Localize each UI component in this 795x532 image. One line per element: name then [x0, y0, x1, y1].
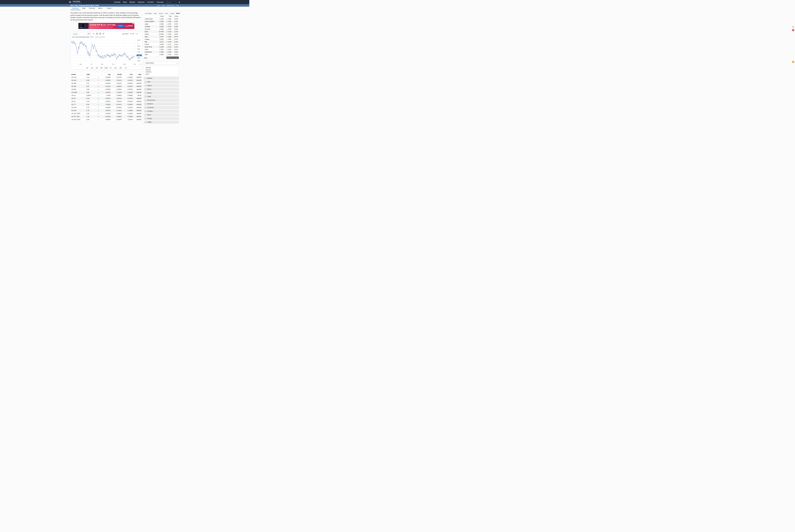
sidebar-tab-index[interactable]: Index: [153, 12, 158, 15]
country-row-russia[interactable]: Russia14.3600▼ 0.030-0.03%: [144, 33, 179, 36]
bond-name[interactable]: US 6M: [71, 88, 86, 91]
bond-row-us-10y-tips[interactable]: US 10Y TIPS1.82▲0.031%-0.060%-0.125%Mar/…: [71, 112, 142, 115]
tab-summary[interactable]: Summary: [71, 7, 80, 10]
bond-yield-chart[interactable]: 4.10043.9003.8003.7003.5003.4003.587MayJ…: [71, 38, 142, 66]
ad-banner[interactable]: APP 개발 자유로운 PDF 텍스트, 이미지 편집 애크로뱃으로 초안부터 …: [78, 23, 134, 29]
bond-name[interactable]: US 7Y: [71, 103, 86, 106]
title-link-quote[interactable]: Quote: [157, 5, 160, 6]
section-prices[interactable]: Prices: [144, 88, 179, 91]
chart-search-input[interactable]: [72, 33, 85, 35]
chart-api-button[interactable]: API: [130, 33, 134, 35]
country-row-south-africa[interactable]: South Africa8.2400▲ 0.0150.02%: [144, 45, 179, 48]
country-row-india[interactable]: India6.6470▼ 0.066-0.07%: [144, 36, 179, 38]
user-icon[interactable]: [178, 1, 180, 3]
sidebar-link-calendar[interactable]: Calendar: [146, 67, 177, 69]
sidebar-link-indicators[interactable]: Indicators: [146, 71, 177, 73]
tab-alerts[interactable]: Alerts: [97, 7, 104, 10]
country-row-france[interactable]: France3.4651▲ 0.1170.12%: [144, 43, 179, 45]
tab-stats[interactable]: Stats: [80, 7, 87, 10]
bond-row-us-10y[interactable]: US 10Y4.14▲0.036%-0.077%-0.136%Mar/05: [71, 76, 142, 79]
country-row-united-states[interactable]: United States4.1400▲ 0.0360.04%: [144, 18, 179, 20]
country-name[interactable]: France: [144, 43, 157, 45]
ad-choices-icon[interactable]: AD: [132, 23, 134, 24]
country-row-canada[interactable]: Canada3.3510▲ 0.0660.07%: [144, 38, 179, 40]
country-name[interactable]: South Africa: [144, 45, 157, 48]
bond-name[interactable]: US 8W: [71, 82, 86, 85]
bond-name[interactable]: US 4W: [71, 79, 86, 82]
range-1w[interactable]: 1W: [90, 67, 94, 69]
range-1y[interactable]: 1Y: [104, 67, 108, 69]
section-consumer[interactable]: Consumer: [144, 106, 179, 109]
country-row-united-kingdom[interactable]: United Kingdom4.4810▲ 0.1050.10%: [144, 20, 179, 23]
country-row-brazil[interactable]: Brazil13.7900▲ 0.2200.22%: [144, 31, 179, 33]
sidebar-tab-crypto[interactable]: Crypto: [169, 12, 175, 15]
country-name[interactable]: Brazil: [144, 31, 157, 33]
chart-type-icon[interactable]: [93, 33, 95, 35]
country-name[interactable]: China: [144, 48, 157, 51]
bond-name[interactable]: US 5Y: [71, 100, 86, 103]
country-name[interactable]: Italy: [144, 40, 157, 43]
more-link[interactable]: More: [144, 57, 147, 58]
chart-plot-area[interactable]: 4.10043.9003.8003.7003.5003.4003.587MayJ…: [71, 38, 142, 66]
section-government[interactable]: Government: [144, 99, 179, 101]
country-name[interactable]: India: [144, 36, 157, 38]
section-energy[interactable]: Energy: [144, 117, 179, 120]
bond-row-us-2y[interactable]: US 2Y3.5870▲0.03%0.083%-0.384%08:40: [71, 94, 142, 97]
range-all[interactable]: All: [124, 67, 127, 69]
section-money[interactable]: Money: [144, 92, 179, 94]
section-taxes[interactable]: Taxes: [144, 114, 179, 116]
bond-row-us-3y[interactable]: US 3Y3.60▲0.037%0.027%-0.374%Mar/05: [71, 97, 142, 100]
bond-name[interactable]: US 2Y: [71, 94, 86, 97]
section-business[interactable]: Business: [144, 102, 179, 105]
nav-item-indicators[interactable]: Indicators: [138, 1, 145, 3]
range-5y[interactable]: 5Y: [109, 67, 113, 69]
section-gdp[interactable]: GDP: [144, 81, 179, 83]
title-link-chart[interactable]: Chart: [162, 5, 165, 6]
bond-row-us-3m[interactable]: US 3M3.67▼-0.012%-0.005%-0.632%Mar/05: [71, 85, 142, 88]
nav-item-calendar[interactable]: Calendar: [114, 1, 120, 3]
bond-name[interactable]: US 3M: [71, 85, 86, 88]
compare-add-icon[interactable]: [99, 33, 101, 35]
range-1m[interactable]: 1M: [95, 67, 99, 69]
country-row-australia[interactable]: Australia4.8250▲ 0.0790.08%: [144, 25, 179, 28]
bond-row-us-7y[interactable]: US 7Y3.92▲0.046%-0.047%-0.250%Mar/05: [71, 103, 142, 106]
country-selector[interactable]: United States: [144, 61, 179, 64]
country-name[interactable]: Switzerland: [144, 51, 157, 53]
country-name[interactable]: Germany: [144, 28, 157, 31]
draw-pencil-icon[interactable]: [102, 33, 104, 35]
bond-row-us-30y[interactable]: US 30Y4.75▲0.007%-0.101%0.159%Mar/05: [71, 109, 142, 112]
bond-row-us-4w[interactable]: US 4W3.69▼-0.009%0.010%-0.615%Mar/05: [71, 79, 142, 82]
sidebar-tab-forex[interactable]: Forex: [164, 12, 169, 15]
add-to-site-button[interactable]: Add to your site: [167, 57, 179, 59]
bond-name[interactable]: US 30Y: [71, 109, 86, 112]
section-markets[interactable]: Markets: [144, 77, 179, 80]
export-dropdown-button[interactable]: Export▾: [105, 7, 114, 10]
range-6m[interactable]: 6M: [99, 67, 104, 69]
title-link-news[interactable]: News: [176, 5, 179, 6]
nav-item-news[interactable]: News: [123, 1, 127, 3]
bond-row-us-20y[interactable]: US 20Y4.72▲0.054%-0.076%0.101%Mar/05: [71, 106, 142, 109]
country-row-chile[interactable]: Chile5.3000▲ 0.0100.04%: [144, 53, 179, 56]
bond-row-us-5y[interactable]: US 5Y3.74▲0.037%-0.023%-0.322%Mar/05: [71, 100, 142, 103]
bond-row-us-30y-tips[interactable]: US 30Y TIPS2.54▲0.035%-0.054%0.211%Mar/0…: [71, 118, 142, 121]
menu-icon[interactable]: [69, 1, 71, 3]
calendar-icon[interactable]: [96, 33, 98, 35]
sidebar-tab-stocks[interactable]: Stocks: [158, 12, 164, 15]
bond-row-us-6m[interactable]: US 6M3.65▼-0.002%0.031%-0.576%Mar/05: [71, 88, 142, 91]
nav-search-input[interactable]: [166, 1, 176, 3]
country-row-china[interactable]: China1.7910▼ 0.008-0.01%: [144, 48, 179, 51]
bond-name[interactable]: US 30Y TIPS: [71, 118, 86, 121]
sidebar-tab-bond[interactable]: Bond: [175, 12, 181, 15]
sidebar-tab-commodity[interactable]: Commodity: [144, 12, 153, 15]
nav-item-forecasts[interactable]: Forecasts: [156, 1, 164, 3]
bond-row-us-52w[interactable]: US 52W3.59▲0.020%0.149%-0.429%Mar/05: [71, 91, 142, 94]
fullscreen-icon[interactable]: [136, 33, 138, 35]
country-name[interactable]: Canada: [144, 38, 157, 40]
chart-more-icon[interactable]: ⋮: [139, 33, 141, 35]
section-housing[interactable]: Housing: [144, 110, 179, 113]
interval-button[interactable]: 1D▾: [87, 33, 91, 35]
section-labour[interactable]: Labour: [144, 84, 179, 87]
tab-forecast[interactable]: Forecast: [87, 7, 97, 10]
bond-name[interactable]: US 20Y: [71, 106, 86, 109]
range-10y[interactable]: 10Y: [113, 67, 118, 69]
